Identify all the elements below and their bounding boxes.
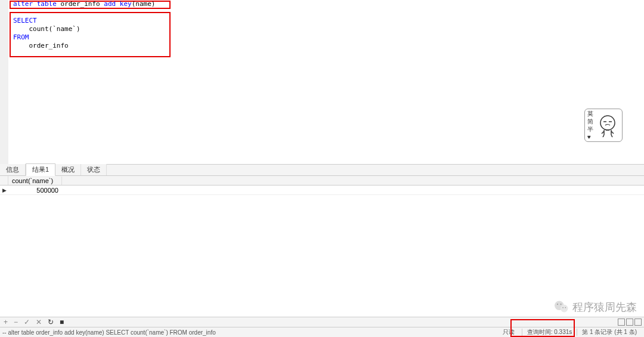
identifier: order_info: [57, 0, 104, 8]
row-indicator-icon: ▶: [0, 187, 8, 193]
grid-header-row: count(`name`): [0, 176, 644, 185]
svg-point-4: [561, 305, 568, 313]
emoji-sticker: 莫简半♥: [584, 109, 623, 142]
svg-point-7: [562, 307, 564, 308]
status-readonly: 只读: [496, 328, 522, 336]
apply-button[interactable]: ✓: [23, 318, 31, 326]
status-query-time: 查询时间: 0.331s: [522, 328, 577, 336]
header-indicator: [0, 176, 8, 185]
tab-result1[interactable]: 结果1: [26, 163, 55, 176]
delete-row-button[interactable]: −: [13, 318, 19, 326]
cancel-button[interactable]: ✕: [35, 318, 43, 326]
keyword: SELECT: [13, 17, 37, 24]
refresh-button[interactable]: ↻: [47, 318, 55, 326]
status-bar: -- alter table order_info add key(name) …: [0, 327, 644, 337]
sql-editor[interactable]: alter table order_info add key(name) SEL…: [0, 0, 644, 164]
add-row-button[interactable]: +: [2, 318, 9, 326]
keyword: alter table: [13, 0, 57, 8]
result-grid[interactable]: count(`name`) ▶ 500000: [0, 176, 644, 195]
grid-view-icon[interactable]: [618, 319, 625, 326]
status-records: 第 1 条记录 (共 1 条): [577, 328, 642, 336]
svg-point-8: [565, 307, 566, 308]
sticker-face-icon: [596, 113, 620, 137]
tab-status[interactable]: 状态: [81, 164, 107, 175]
wechat-icon: [553, 299, 570, 316]
status-query-text: -- alter table order_info add key(name) …: [2, 329, 216, 336]
watermark-text: 程序猿周先森: [572, 300, 637, 314]
code-content: alter table order_info add key(name) SEL…: [8, 0, 644, 50]
view-mode-buttons: [618, 319, 642, 326]
paren: (name): [132, 0, 156, 8]
tab-info[interactable]: 信息: [0, 164, 26, 175]
svg-point-6: [561, 304, 562, 305]
svg-point-0: [600, 116, 615, 130]
keyword: FROM: [13, 33, 29, 41]
form-view-icon[interactable]: [626, 319, 633, 326]
svg-point-5: [557, 304, 558, 305]
stop-button[interactable]: ■: [58, 318, 65, 326]
text-view-icon[interactable]: [634, 319, 642, 326]
tab-profile[interactable]: 概况: [55, 164, 81, 175]
count-expr: count(`name`): [13, 25, 80, 33]
keyword: add key: [104, 0, 131, 8]
grid-toolbar: + − ✓ ✕ ↻ ■: [0, 317, 644, 327]
cell-value[interactable]: 500000: [8, 186, 62, 194]
table-row[interactable]: ▶ 500000: [0, 185, 644, 195]
sticker-caption: 莫简半♥: [587, 110, 596, 141]
table-name: order_info: [13, 42, 69, 50]
watermark: 程序猿周先森: [553, 299, 637, 316]
editor-gutter: [0, 0, 8, 164]
result-tabs: 信息 结果1 概况 状态: [0, 164, 644, 176]
column-header[interactable]: count(`name`): [8, 177, 62, 185]
